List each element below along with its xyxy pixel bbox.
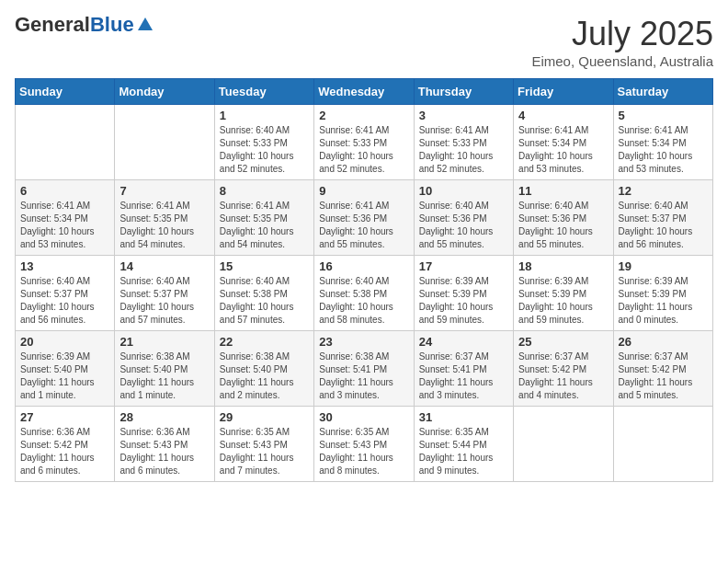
day-info: Sunrise: 6:37 AM Sunset: 5:42 PM Dayligh… — [619, 350, 708, 402]
calendar-header-row: SundayMondayTuesdayWednesdayThursdayFrid… — [16, 79, 713, 105]
day-number: 21 — [119, 335, 209, 349]
calendar-cell: 4Sunrise: 6:41 AM Sunset: 5:34 PM Daylig… — [514, 105, 613, 180]
calendar-header-saturday: Saturday — [613, 79, 712, 105]
day-info: Sunrise: 6:37 AM Sunset: 5:41 PM Dayligh… — [419, 350, 508, 402]
day-number: 9 — [319, 184, 408, 198]
day-info: Sunrise: 6:36 AM Sunset: 5:43 PM Dayligh… — [119, 426, 209, 477]
day-info: Sunrise: 6:38 AM Sunset: 5:41 PM Dayligh… — [319, 350, 408, 402]
day-number: 27 — [20, 410, 109, 424]
calendar-header-monday: Monday — [115, 79, 214, 105]
day-info: Sunrise: 6:35 AM Sunset: 5:43 PM Dayligh… — [319, 426, 408, 477]
calendar-cell: 2Sunrise: 6:41 AM Sunset: 5:33 PM Daylig… — [314, 105, 414, 180]
day-info: Sunrise: 6:39 AM Sunset: 5:39 PM Dayligh… — [619, 275, 708, 327]
calendar-cell: 28Sunrise: 6:36 AM Sunset: 5:43 PM Dayli… — [115, 407, 214, 482]
day-number: 29 — [220, 410, 309, 424]
month-title: July 2025 — [531, 15, 713, 53]
page-header: GeneralBlue July 2025 Eimeo, Queensland,… — [15, 15, 713, 69]
calendar-cell: 20Sunrise: 6:39 AM Sunset: 5:40 PM Dayli… — [16, 331, 115, 407]
calendar-cell: 10Sunrise: 6:40 AM Sunset: 5:36 PM Dayli… — [414, 180, 513, 256]
day-info: Sunrise: 6:41 AM Sunset: 5:34 PM Dayligh… — [518, 124, 608, 176]
calendar-cell: 15Sunrise: 6:40 AM Sunset: 5:38 PM Dayli… — [214, 256, 313, 331]
calendar-cell: 3Sunrise: 6:41 AM Sunset: 5:33 PM Daylig… — [414, 105, 513, 180]
calendar-cell: 24Sunrise: 6:37 AM Sunset: 5:41 PM Dayli… — [414, 331, 513, 407]
day-number: 30 — [319, 410, 408, 424]
calendar-cell: 5Sunrise: 6:41 AM Sunset: 5:34 PM Daylig… — [613, 105, 712, 180]
day-number: 15 — [220, 259, 309, 273]
calendar-cell: 23Sunrise: 6:38 AM Sunset: 5:41 PM Dayli… — [314, 331, 414, 407]
calendar-cell: 19Sunrise: 6:39 AM Sunset: 5:39 PM Dayli… — [613, 256, 712, 331]
calendar-cell: 25Sunrise: 6:37 AM Sunset: 5:42 PM Dayli… — [514, 331, 613, 407]
day-number: 4 — [518, 109, 608, 122]
calendar-cell: 27Sunrise: 6:36 AM Sunset: 5:42 PM Dayli… — [16, 407, 115, 482]
day-info: Sunrise: 6:41 AM Sunset: 5:34 PM Dayligh… — [619, 124, 708, 176]
day-number: 26 — [619, 335, 708, 349]
title-section: July 2025 Eimeo, Queensland, Australia — [531, 15, 713, 69]
day-info: Sunrise: 6:38 AM Sunset: 5:40 PM Dayligh… — [220, 350, 309, 402]
day-info: Sunrise: 6:41 AM Sunset: 5:35 PM Dayligh… — [119, 200, 209, 251]
calendar-cell: 22Sunrise: 6:38 AM Sunset: 5:40 PM Dayli… — [214, 331, 313, 407]
day-number: 14 — [119, 259, 209, 273]
calendar-cell: 12Sunrise: 6:40 AM Sunset: 5:37 PM Dayli… — [613, 180, 712, 256]
calendar-cell: 1Sunrise: 6:40 AM Sunset: 5:33 PM Daylig… — [214, 105, 313, 180]
day-info: Sunrise: 6:39 AM Sunset: 5:40 PM Dayligh… — [20, 350, 109, 402]
day-number: 11 — [518, 184, 608, 198]
calendar-week-row: 1Sunrise: 6:40 AM Sunset: 5:33 PM Daylig… — [16, 105, 713, 180]
calendar-cell — [16, 105, 115, 180]
day-number: 25 — [518, 335, 608, 349]
calendar-cell: 13Sunrise: 6:40 AM Sunset: 5:37 PM Dayli… — [16, 256, 115, 331]
calendar-cell: 6Sunrise: 6:41 AM Sunset: 5:34 PM Daylig… — [16, 180, 115, 256]
calendar-cell: 21Sunrise: 6:38 AM Sunset: 5:40 PM Dayli… — [115, 331, 214, 407]
day-info: Sunrise: 6:40 AM Sunset: 5:38 PM Dayligh… — [220, 275, 309, 327]
day-info: Sunrise: 6:40 AM Sunset: 5:37 PM Dayligh… — [119, 275, 209, 327]
calendar-cell: 18Sunrise: 6:39 AM Sunset: 5:39 PM Dayli… — [514, 256, 613, 331]
day-info: Sunrise: 6:41 AM Sunset: 5:36 PM Dayligh… — [319, 200, 408, 251]
day-info: Sunrise: 6:41 AM Sunset: 5:33 PM Dayligh… — [419, 124, 508, 176]
day-info: Sunrise: 6:40 AM Sunset: 5:33 PM Dayligh… — [220, 124, 309, 176]
day-info: Sunrise: 6:40 AM Sunset: 5:37 PM Dayligh… — [619, 200, 708, 251]
logo-general-text: General — [15, 15, 90, 35]
day-info: Sunrise: 6:38 AM Sunset: 5:40 PM Dayligh… — [119, 350, 209, 402]
day-number: 12 — [619, 184, 708, 198]
calendar-cell: 29Sunrise: 6:35 AM Sunset: 5:43 PM Dayli… — [214, 407, 313, 482]
calendar-header-tuesday: Tuesday — [214, 79, 313, 105]
calendar-table: SundayMondayTuesdayWednesdayThursdayFrid… — [15, 78, 713, 482]
location: Eimeo, Queensland, Australia — [531, 53, 713, 69]
calendar-header-friday: Friday — [514, 79, 613, 105]
day-number: 24 — [419, 335, 508, 349]
day-number: 5 — [619, 109, 708, 122]
day-number: 23 — [319, 335, 408, 349]
calendar-cell: 14Sunrise: 6:40 AM Sunset: 5:37 PM Dayli… — [115, 256, 214, 331]
day-info: Sunrise: 6:39 AM Sunset: 5:39 PM Dayligh… — [419, 275, 508, 327]
day-number: 7 — [119, 184, 209, 198]
day-number: 2 — [319, 109, 408, 122]
day-info: Sunrise: 6:41 AM Sunset: 5:35 PM Dayligh… — [220, 200, 309, 251]
day-number: 1 — [220, 109, 309, 122]
calendar-cell: 9Sunrise: 6:41 AM Sunset: 5:36 PM Daylig… — [314, 180, 414, 256]
calendar-cell: 8Sunrise: 6:41 AM Sunset: 5:35 PM Daylig… — [214, 180, 313, 256]
day-number: 31 — [419, 410, 508, 424]
calendar-header-wednesday: Wednesday — [314, 79, 414, 105]
calendar-cell: 16Sunrise: 6:40 AM Sunset: 5:38 PM Dayli… — [314, 256, 414, 331]
calendar-cell — [613, 407, 712, 482]
day-number: 19 — [619, 259, 708, 273]
day-number: 6 — [20, 184, 109, 198]
calendar-cell: 7Sunrise: 6:41 AM Sunset: 5:35 PM Daylig… — [115, 180, 214, 256]
calendar-cell: 11Sunrise: 6:40 AM Sunset: 5:36 PM Dayli… — [514, 180, 613, 256]
day-info: Sunrise: 6:41 AM Sunset: 5:33 PM Dayligh… — [319, 124, 408, 176]
calendar-week-row: 20Sunrise: 6:39 AM Sunset: 5:40 PM Dayli… — [16, 331, 713, 407]
logo-blue-text: Blue — [90, 15, 134, 35]
day-number: 10 — [419, 184, 508, 198]
day-info: Sunrise: 6:36 AM Sunset: 5:42 PM Dayligh… — [20, 426, 109, 477]
day-number: 28 — [119, 410, 209, 424]
day-info: Sunrise: 6:40 AM Sunset: 5:37 PM Dayligh… — [20, 275, 109, 327]
calendar-cell — [115, 105, 214, 180]
calendar-week-row: 6Sunrise: 6:41 AM Sunset: 5:34 PM Daylig… — [16, 180, 713, 256]
calendar-cell: 31Sunrise: 6:35 AM Sunset: 5:44 PM Dayli… — [414, 407, 513, 482]
day-number: 20 — [20, 335, 109, 349]
day-info: Sunrise: 6:35 AM Sunset: 5:44 PM Dayligh… — [419, 426, 508, 477]
day-info: Sunrise: 6:40 AM Sunset: 5:36 PM Dayligh… — [419, 200, 508, 251]
day-info: Sunrise: 6:37 AM Sunset: 5:42 PM Dayligh… — [518, 350, 608, 402]
calendar-cell — [514, 407, 613, 482]
day-number: 17 — [419, 259, 508, 273]
day-info: Sunrise: 6:35 AM Sunset: 5:43 PM Dayligh… — [220, 426, 309, 477]
